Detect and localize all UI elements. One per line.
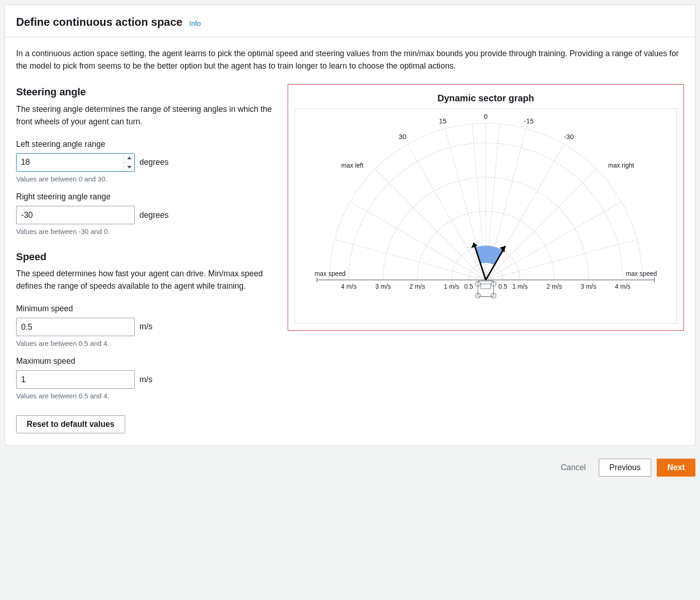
sector-chart: .grid{fill:none;stroke:#aab7b8;stroke-wi… xyxy=(295,109,677,319)
action-space-panel: Define continuous action space Info In a… xyxy=(5,5,695,446)
steering-title: Steering angle xyxy=(16,84,274,100)
label-max-speed-r: max speed xyxy=(626,270,657,278)
svg-line-14 xyxy=(335,239,486,280)
tick-angle-m15: -15 xyxy=(524,117,533,125)
svg-line-11 xyxy=(486,169,596,280)
tick-angle-30: 30 xyxy=(399,133,407,140)
reset-button[interactable]: Reset to default values xyxy=(16,415,125,433)
max-speed-help: Values are between 0.5 and 4. xyxy=(16,390,274,401)
tick-speed-3l: 3 m/s xyxy=(375,283,391,291)
svg-line-13 xyxy=(486,202,621,280)
min-speed-input[interactable] xyxy=(16,318,135,336)
label-max-right: max right xyxy=(608,162,634,169)
tick-angle-15: 15 xyxy=(439,117,447,125)
svg-line-12 xyxy=(350,202,486,280)
chart-frame: Dynamic sector graph .grid{fill:none;str… xyxy=(288,84,684,330)
intro-text: In a continuous action space setting, th… xyxy=(16,47,684,72)
left-steering-label: Left steering angle range xyxy=(16,138,274,151)
right-steering-label: Right steering angle range xyxy=(16,191,274,203)
max-speed-unit: m/s xyxy=(139,373,152,386)
tick-angle-0: 0 xyxy=(484,113,487,121)
svg-line-10 xyxy=(375,169,486,280)
svg-line-8 xyxy=(407,145,486,280)
tick-speed-05r: 0.5 xyxy=(498,283,508,291)
svg-rect-25 xyxy=(481,284,491,289)
car-icon xyxy=(475,281,496,298)
left-steering-stepper[interactable] xyxy=(123,154,134,171)
tick-speed-05l: 0.5 xyxy=(464,283,474,291)
left-steering-help: Values are between 0 and 30. xyxy=(16,174,274,184)
page-title: Define continuous action space xyxy=(16,16,182,28)
left-steering-input[interactable] xyxy=(16,153,135,172)
left-steering-unit: degrees xyxy=(139,156,168,169)
label-max-left: max left xyxy=(341,162,363,169)
panel-header: Define continuous action space Info xyxy=(5,5,695,37)
right-steering-unit: degrees xyxy=(139,209,168,221)
steering-desc: The steering angle determines the range … xyxy=(16,103,274,128)
cancel-button[interactable]: Cancel xyxy=(553,459,593,477)
tick-speed-1r: 1 m/s xyxy=(512,283,528,291)
tick-speed-2r: 2 m/s xyxy=(546,283,562,291)
chart-title: Dynamic sector graph xyxy=(295,91,677,105)
speed-title: Speed xyxy=(16,249,274,265)
max-speed-label: Maximum speed xyxy=(16,355,274,367)
min-speed-help: Values are between 0.5 and 4. xyxy=(16,338,274,349)
right-steering-input[interactable] xyxy=(16,206,135,224)
tick-angle-m30: -30 xyxy=(564,133,573,140)
stepper-down-icon[interactable] xyxy=(124,163,134,171)
label-max-speed-l: max speed xyxy=(315,270,346,278)
min-speed-label: Minimum speed xyxy=(16,303,274,315)
stepper-up-icon[interactable] xyxy=(124,154,134,163)
tick-speed-4r: 4 m/s xyxy=(615,283,631,291)
max-speed-input[interactable] xyxy=(16,370,135,389)
tick-speed-4l: 4 m/s xyxy=(341,283,357,291)
chart-box: .grid{fill:none;stroke:#aab7b8;stroke-wi… xyxy=(295,108,677,323)
tick-speed-3r: 3 m/s xyxy=(581,283,596,291)
tick-speed-2l: 2 m/s xyxy=(410,283,425,291)
tick-speed-1l: 1 m/s xyxy=(444,283,459,291)
min-speed-unit: m/s xyxy=(139,320,152,333)
svg-line-15 xyxy=(486,239,636,280)
info-link[interactable]: Info xyxy=(189,19,201,27)
right-steering-help: Values are between -30 and 0. xyxy=(16,226,274,237)
previous-button[interactable]: Previous xyxy=(599,459,651,477)
speed-desc: The speed determines how fast your agent… xyxy=(16,268,274,292)
wizard-footer: Cancel Previous Next xyxy=(5,459,695,477)
panel-body: In a continuous action space setting, th… xyxy=(5,37,695,445)
next-button[interactable]: Next xyxy=(657,459,695,477)
